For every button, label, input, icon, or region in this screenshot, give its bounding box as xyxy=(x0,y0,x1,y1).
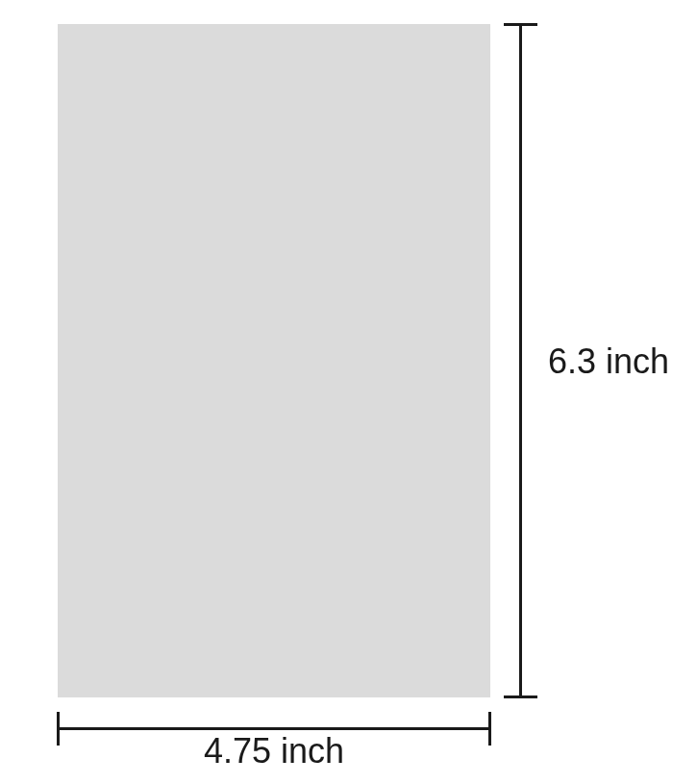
width-label: 4.75 inch xyxy=(194,731,354,771)
width-indicator-line xyxy=(58,727,490,730)
width-label-wrap: 4.75 inch xyxy=(58,731,490,771)
height-indicator-line xyxy=(519,24,522,697)
height-label: 6.3 inch xyxy=(548,341,669,382)
height-cap-bottom xyxy=(504,695,537,698)
dimension-rectangle xyxy=(58,24,490,697)
